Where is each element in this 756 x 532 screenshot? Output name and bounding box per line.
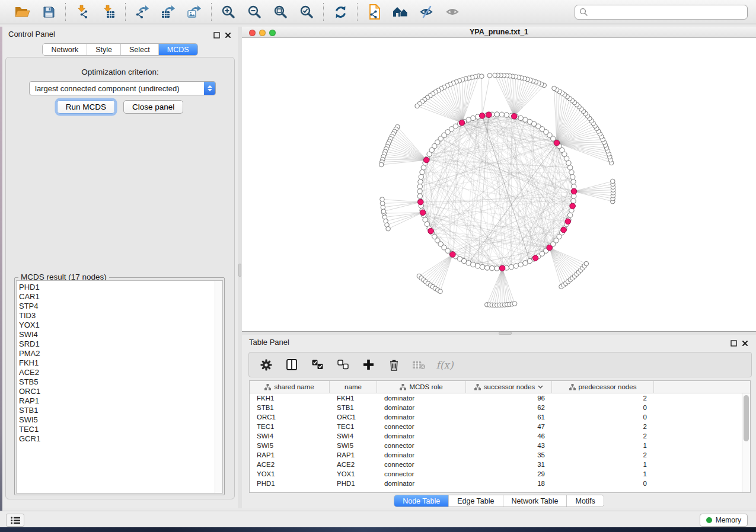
table-cell[interactable]: 96 <box>466 395 552 402</box>
ring-node[interactable] <box>523 117 528 122</box>
table-row[interactable]: PHD1PHD1dominator180 <box>250 479 750 488</box>
mcds-hub-node[interactable] <box>499 265 505 271</box>
tab-motifs[interactable]: Motifs <box>566 495 603 507</box>
table-cell[interactable]: TEC1 <box>330 423 377 430</box>
mcds-result-item[interactable]: STP4 <box>19 302 40 311</box>
table-cell[interactable]: 1 <box>552 461 654 468</box>
mcds-hub-node[interactable] <box>418 199 424 205</box>
table-cell[interactable]: FKH1 <box>250 395 330 402</box>
close-table-panel-icon[interactable] <box>742 338 748 349</box>
ring-node[interactable] <box>509 265 513 270</box>
table-row[interactable]: ORC1ORC1dominator610 <box>250 412 750 422</box>
select-all-icon[interactable] <box>311 358 324 372</box>
refresh-icon[interactable] <box>331 3 349 21</box>
table-cell[interactable]: PHD1 <box>330 480 377 487</box>
ring-node[interactable] <box>471 262 476 267</box>
memory-button[interactable]: Memory <box>700 514 748 527</box>
table-cell[interactable]: YOX1 <box>330 470 377 477</box>
network-window-titlebar[interactable]: YPA_prune.txt_1 <box>242 27 756 38</box>
ring-node[interactable] <box>569 170 574 175</box>
ring-node[interactable] <box>571 198 576 203</box>
mcds-result-item[interactable]: PHD1 <box>19 283 40 292</box>
ring-node[interactable] <box>466 261 471 265</box>
ring-node[interactable] <box>495 266 499 271</box>
ring-node[interactable] <box>495 112 499 117</box>
table-row[interactable]: STB1STB1dominator620 <box>250 403 750 412</box>
column-header-successor-nodes[interactable]: successor nodes <box>466 381 552 393</box>
mcds-result-list[interactable]: PHD1CAR1STP4TID3YOX1SWI4SRD1PMA2FKH1ACE2… <box>16 280 223 493</box>
table-cell[interactable]: PHD1 <box>250 480 330 487</box>
mcds-list-scrollbar[interactable] <box>215 281 222 493</box>
table-cell[interactable]: ACE2 <box>250 461 330 468</box>
ring-node[interactable] <box>420 170 425 175</box>
close-panel-icon[interactable] <box>225 30 231 41</box>
table-cell[interactable]: SWI5 <box>330 442 377 449</box>
table-cell[interactable]: dominator <box>377 395 466 402</box>
table-cell[interactable]: ORC1 <box>330 414 377 421</box>
houses-icon[interactable] <box>391 3 409 21</box>
zoom-out-icon[interactable] <box>245 3 263 21</box>
ring-node[interactable] <box>471 116 476 120</box>
import-network-icon[interactable] <box>74 3 91 21</box>
table-cell[interactable]: 2 <box>552 395 654 402</box>
table-cell[interactable]: TEC1 <box>250 423 330 430</box>
ring-node[interactable] <box>490 266 495 271</box>
mcds-hub-node[interactable] <box>554 140 560 146</box>
table-cell[interactable]: 1 <box>552 470 654 477</box>
mcds-hub-node[interactable] <box>532 255 538 261</box>
float-panel-icon[interactable] <box>213 30 220 41</box>
table-cell[interactable]: 18 <box>466 480 552 487</box>
mcds-result-item[interactable]: YOX1 <box>19 321 40 330</box>
mcds-result-item[interactable]: TEC1 <box>19 425 40 434</box>
mcds-result-item[interactable]: RAP1 <box>19 396 40 406</box>
vertical-splitter-grip[interactable] <box>238 264 241 277</box>
column-header-shared-name[interactable]: shared name <box>250 381 330 393</box>
mcds-hub-node[interactable] <box>450 252 456 258</box>
mcds-result-item[interactable]: STB5 <box>19 377 40 387</box>
table-cell[interactable]: 61 <box>466 414 552 421</box>
mcds-result-item[interactable]: ORC1 <box>19 387 40 396</box>
table-cell[interactable]: 29 <box>466 470 552 477</box>
ring-node[interactable] <box>485 265 490 270</box>
vertical-splitter[interactable] <box>238 27 242 508</box>
network-graph[interactable] <box>242 38 756 332</box>
mcds-result-item[interactable]: SWI5 <box>19 415 40 425</box>
ring-node[interactable] <box>417 194 422 198</box>
save-session-icon[interactable] <box>40 3 58 21</box>
table-cell[interactable]: STB1 <box>330 404 377 411</box>
mcds-hub-node[interactable] <box>547 245 553 251</box>
leaf-node[interactable] <box>512 302 517 306</box>
import-table-icon[interactable] <box>100 3 117 21</box>
zoom-in-icon[interactable] <box>219 3 237 21</box>
criterion-dropdown[interactable]: largest connected component (undirected) <box>29 81 216 95</box>
ring-node[interactable] <box>518 262 523 267</box>
ring-node[interactable] <box>417 189 422 194</box>
mcds-result-item[interactable]: SWI4 <box>19 330 40 339</box>
ring-node[interactable] <box>571 180 576 184</box>
mcds-hub-node[interactable] <box>571 188 577 194</box>
mcds-hub-node[interactable] <box>459 120 465 126</box>
table-scrollbar[interactable] <box>742 393 750 492</box>
network-canvas[interactable] <box>242 38 756 332</box>
run-mcds-button[interactable]: Run MCDS <box>57 100 115 114</box>
ring-node[interactable] <box>567 213 572 217</box>
ring-node[interactable] <box>567 165 572 170</box>
table-cell[interactable]: 2 <box>552 451 654 459</box>
table-cell[interactable]: SWI4 <box>330 432 377 440</box>
mcds-result-item[interactable]: STB1 <box>19 406 40 415</box>
leaf-node[interactable] <box>493 73 497 78</box>
export-image-icon[interactable] <box>186 3 203 21</box>
table-cell[interactable]: RAP1 <box>250 451 330 459</box>
tab-mcds[interactable]: MCDS <box>158 44 197 55</box>
table-cell[interactable]: dominator <box>377 404 466 411</box>
mcds-result-item[interactable]: SRD1 <box>19 339 40 349</box>
mcds-result-item[interactable]: CAR1 <box>19 292 40 302</box>
ring-node[interactable] <box>513 264 518 268</box>
export-network-icon[interactable] <box>133 3 151 21</box>
tab-node-table[interactable]: Node Table <box>394 495 448 507</box>
gear-icon[interactable] <box>260 358 273 372</box>
table-cell[interactable]: 31 <box>466 461 552 468</box>
mcds-result-item[interactable]: TID3 <box>19 311 40 321</box>
leaf-node[interactable] <box>415 104 420 108</box>
table-cell[interactable]: 46 <box>466 432 552 440</box>
